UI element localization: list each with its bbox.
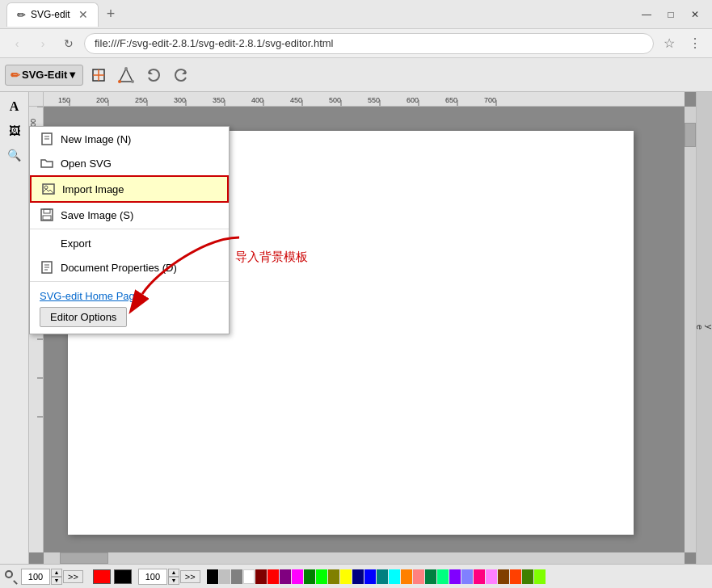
- stroke-width-spinners: ▲ ▼: [168, 569, 179, 585]
- home-page-link[interactable]: SVG-edit Home Page: [40, 290, 219, 302]
- menu-item-document-properties[interactable]: Document Properties (D): [30, 255, 229, 279]
- svg-point-6: [118, 80, 121, 83]
- svg-text:700: 700: [484, 96, 496, 104]
- palette-lime[interactable]: [316, 569, 327, 584]
- palette-black[interactable]: [207, 569, 218, 584]
- undo-button[interactable]: [141, 63, 166, 87]
- horizontal-scrollbar[interactable]: [44, 552, 685, 564]
- document-properties-icon: [40, 260, 54, 275]
- refresh-button[interactable]: ↻: [58, 33, 79, 54]
- palette-cyan[interactable]: [389, 569, 400, 584]
- new-tab-button[interactable]: +: [102, 6, 120, 23]
- title-bar: ✏ SVG-edit ✕ + — □ ✕: [0, 0, 712, 29]
- canvas-wrapper: 150 200 250 300 350 400 450: [29, 92, 696, 564]
- toolbar: ✏ SVG-Edit▼: [0, 58, 712, 92]
- wireframe-button[interactable]: [86, 63, 111, 87]
- svg-text:800: 800: [42, 392, 44, 404]
- brand-label: SVG-Edit▼: [22, 69, 78, 81]
- palette-navy[interactable]: [352, 569, 364, 584]
- zoom-input-group: ▲ ▼ >>: [21, 569, 83, 585]
- palette-white[interactable]: [243, 569, 255, 584]
- stroke-width-up[interactable]: ▲: [168, 569, 179, 577]
- back-button[interactable]: ‹: [6, 33, 27, 54]
- menu-item-new-image[interactable]: New Image (N): [30, 127, 229, 151]
- app-area: ✏ SVG-Edit▼: [0, 58, 712, 588]
- zoom-input[interactable]: [21, 569, 50, 585]
- palette-silver[interactable]: [219, 569, 230, 584]
- menu-item-save-image[interactable]: Save Image (S): [30, 203, 229, 227]
- close-button[interactable]: ✕: [685, 6, 706, 23]
- image-tool[interactable]: 🖼: [3, 120, 26, 142]
- active-tab[interactable]: ✏ SVG-edit ✕: [6, 2, 99, 27]
- address-bar-row: ‹ › ↻ ☆ ⋮: [0, 29, 712, 58]
- stroke-fit-button[interactable]: >>: [180, 570, 200, 583]
- palette-vermillion[interactable]: [510, 569, 521, 584]
- svg-text:350: 350: [213, 96, 225, 104]
- menu-separator-2: [30, 281, 229, 282]
- menu-item-export[interactable]: Export: [30, 231, 229, 255]
- svg-text:550: 550: [368, 96, 380, 104]
- palette-green[interactable]: [304, 569, 315, 584]
- stroke-width-down[interactable]: ▼: [168, 577, 179, 585]
- palette-violet[interactable]: [449, 569, 461, 584]
- svg-text:150: 150: [58, 96, 70, 104]
- svg-point-4: [124, 67, 128, 70]
- save-image-label: Save Image (S): [61, 209, 219, 221]
- editor-options-button[interactable]: Editor Options: [40, 307, 127, 327]
- window-controls: — □ ✕: [636, 6, 706, 23]
- palette-yellow-green[interactable]: [534, 569, 546, 584]
- export-label: Export: [61, 237, 219, 250]
- palette-orange[interactable]: [401, 569, 412, 584]
- fill-color-box[interactable]: [114, 569, 132, 584]
- zoom-down-button[interactable]: ▼: [51, 577, 62, 585]
- address-input[interactable]: [84, 33, 654, 54]
- node-edit-button[interactable]: [114, 63, 138, 87]
- zoom-up-button[interactable]: ▲: [51, 569, 62, 577]
- tab-bar: ✏ SVG-edit ✕ +: [6, 2, 120, 27]
- palette-teal[interactable]: [377, 569, 388, 584]
- palette-olive[interactable]: [328, 569, 339, 584]
- svg-text:200: 200: [96, 96, 108, 104]
- palette-red[interactable]: [268, 569, 279, 584]
- palette-pink[interactable]: [486, 569, 497, 584]
- maximize-button[interactable]: □: [660, 6, 681, 23]
- palette-spring[interactable]: [437, 569, 449, 584]
- palette-salmon[interactable]: [413, 569, 424, 584]
- zoom-fit-button[interactable]: >>: [63, 570, 83, 583]
- palette-fuchsia[interactable]: [292, 569, 303, 584]
- svg-text:250: 250: [135, 96, 147, 104]
- zoom-tool[interactable]: 🔍: [3, 144, 26, 166]
- new-image-icon: [40, 132, 54, 146]
- palette-chartreuse[interactable]: [522, 569, 533, 584]
- svg-text:400: 400: [251, 96, 263, 104]
- zoom-spinners: ▲ ▼: [51, 569, 62, 585]
- palette-maroon[interactable]: [255, 569, 267, 584]
- browser-menu-button[interactable]: ⋮: [685, 33, 706, 54]
- svg-text:300: 300: [174, 96, 186, 104]
- tab-close-button[interactable]: ✕: [78, 8, 88, 21]
- palette-forest[interactable]: [425, 569, 436, 584]
- stroke-width-input[interactable]: [138, 569, 167, 585]
- menu-footer: SVG-edit Home Page Editor Options: [30, 284, 229, 334]
- palette-purple[interactable]: [280, 569, 291, 584]
- menu-item-open-svg[interactable]: Open SVG: [30, 151, 229, 175]
- palette-periwinkle[interactable]: [461, 569, 473, 584]
- palette-rose[interactable]: [474, 569, 485, 584]
- svg-text:600: 600: [407, 96, 419, 104]
- document-properties-label: Document Properties (D): [61, 262, 219, 274]
- right-panel: Layers: [696, 92, 712, 564]
- palette-blue[interactable]: [364, 569, 376, 584]
- vertical-scrollbar[interactable]: [685, 107, 696, 552]
- redo-button[interactable]: [169, 63, 193, 87]
- bookmark-button[interactable]: ☆: [659, 33, 680, 54]
- svg-edit-brand[interactable]: ✏ SVG-Edit▼: [5, 65, 83, 86]
- text-tool[interactable]: A: [3, 95, 26, 118]
- forward-button[interactable]: ›: [32, 33, 53, 54]
- palette-brown[interactable]: [498, 569, 509, 584]
- svg-text:650: 650: [445, 96, 457, 104]
- menu-item-import-image[interactable]: Import Image: [30, 175, 229, 203]
- palette-gray[interactable]: [231, 569, 242, 584]
- stroke-color-box[interactable]: [93, 569, 111, 584]
- minimize-button[interactable]: —: [636, 6, 657, 23]
- palette-yellow[interactable]: [340, 569, 352, 584]
